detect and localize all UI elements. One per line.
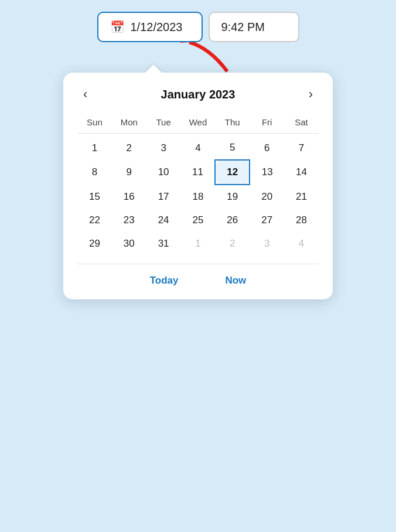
weekday-header-thu: Thu	[215, 114, 250, 133]
calendar-day-cell[interactable]: 3	[146, 136, 181, 160]
calendar-icon: 📅	[110, 20, 125, 34]
calendar-day-cell[interactable]: 28	[284, 209, 319, 232]
calendar-day-cell[interactable]: 26	[215, 209, 250, 232]
calendar-day-cell[interactable]: 7	[284, 136, 319, 160]
calendar-day-cell[interactable]: 21	[284, 185, 319, 209]
prev-month-button[interactable]: ‹	[77, 84, 93, 104]
calendar-day-cell[interactable]: 4	[284, 232, 319, 255]
calendar-grid: SunMonTueWedThuFriSat 123456789101112131…	[77, 114, 319, 255]
now-button[interactable]: Now	[219, 271, 252, 290]
calendar-day-cell[interactable]: 1	[77, 136, 112, 160]
date-value: 1/12/2023	[131, 21, 183, 34]
calendar-day-cell[interactable]: 2	[112, 136, 146, 160]
calendar-divider	[77, 264, 319, 264]
weekday-header-wed: Wed	[181, 114, 216, 133]
calendar-day-cell[interactable]: 18	[181, 185, 216, 209]
calendar-day-cell[interactable]: 25	[181, 209, 216, 232]
weekday-header-sun: Sun	[77, 114, 112, 133]
calendar-day-cell[interactable]: 31	[146, 232, 181, 255]
calendar-day-cell[interactable]: 24	[146, 209, 181, 232]
calendar-popup: ‹ January 2023 › SunMonTueWedThuFriSat 1…	[63, 73, 333, 299]
calendar-week-row: 22232425262728	[77, 209, 319, 232]
calendar-week-row: 1234567	[77, 136, 319, 160]
calendar-day-cell[interactable]: 11	[181, 160, 216, 185]
calendar-day-cell[interactable]: 6	[250, 136, 284, 160]
calendar-day-cell[interactable]: 14	[284, 160, 319, 185]
today-button[interactable]: Today	[144, 271, 185, 290]
calendar-day-cell[interactable]: 9	[112, 160, 146, 185]
calendar-day-cell[interactable]: 29	[77, 232, 112, 255]
calendar-day-cell[interactable]: 15	[77, 185, 112, 209]
calendar-day-cell[interactable]: 3	[250, 232, 284, 255]
weekday-header-sat: Sat	[284, 114, 319, 133]
calendar-day-cell[interactable]: 1	[181, 232, 216, 255]
calendar-day-cell[interactable]: 17	[146, 185, 181, 209]
weekday-header-row: SunMonTueWedThuFriSat	[77, 114, 319, 133]
calendar-footer: Today Now	[77, 271, 319, 290]
calendar-day-cell[interactable]: 30	[112, 232, 146, 255]
next-month-button[interactable]: ›	[303, 84, 319, 104]
month-title: January 2023	[161, 88, 235, 101]
date-picker-button[interactable]: 📅 1/12/2023	[97, 12, 203, 42]
weekday-header-tue: Tue	[146, 114, 181, 133]
calendar-week-row: 15161718192021	[77, 185, 319, 209]
red-arrow-indicator	[180, 36, 233, 77]
weekday-header-mon: Mon	[112, 114, 146, 133]
calendar-day-cell[interactable]: 16	[112, 185, 146, 209]
calendar-day-cell[interactable]: 23	[112, 209, 146, 232]
weekday-header-fri: Fri	[250, 114, 284, 133]
calendar-week-row: 2930311234	[77, 232, 319, 255]
calendar-week-row: 891011121314	[77, 160, 319, 185]
calendar-day-cell[interactable]: 13	[250, 160, 284, 185]
calendar-day-cell[interactable]: 4	[181, 136, 216, 160]
calendar-day-cell[interactable]: 2	[215, 232, 250, 255]
time-picker-button[interactable]: 9:42 PM	[209, 12, 299, 42]
calendar-day-cell[interactable]: 20	[250, 185, 284, 209]
calendar-day-cell[interactable]: 12	[215, 160, 250, 185]
calendar-day-cell[interactable]: 27	[250, 209, 284, 232]
time-value: 9:42 PM	[221, 21, 265, 34]
calendar-day-cell[interactable]: 5	[215, 136, 250, 160]
calendar-day-cell[interactable]: 22	[77, 209, 112, 232]
calendar-header: ‹ January 2023 ›	[77, 84, 319, 104]
calendar-day-cell[interactable]: 8	[77, 160, 112, 185]
calendar-day-cell[interactable]: 19	[215, 185, 250, 209]
calendar-day-cell[interactable]: 10	[146, 160, 181, 185]
